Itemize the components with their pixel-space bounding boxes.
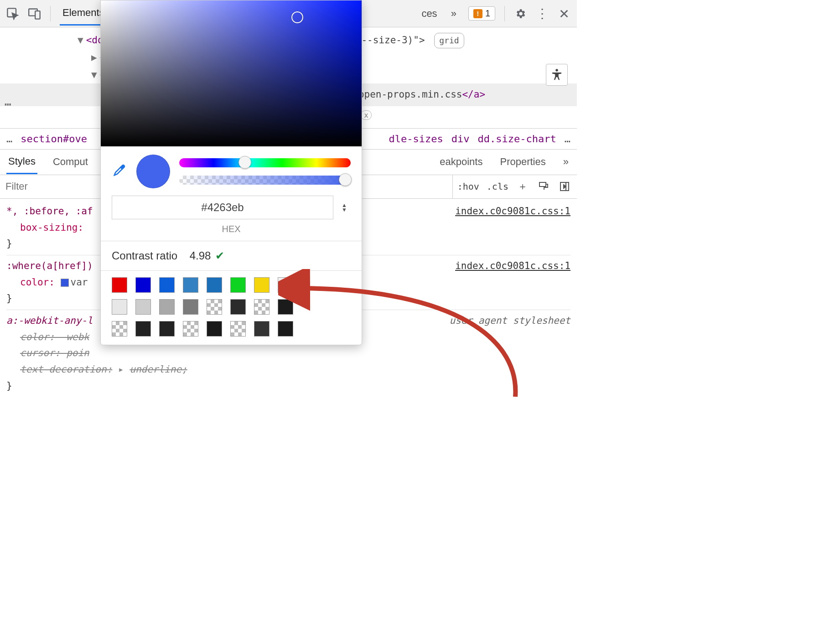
close-icon[interactable] [558, 7, 570, 20]
color-swatch[interactable] [183, 277, 198, 293]
breadcrumb-ellipsis[interactable]: … [565, 133, 570, 145]
slider-handle[interactable] [339, 173, 352, 186]
color-swatch[interactable] [159, 277, 175, 293]
color-swatch[interactable] [207, 321, 222, 337]
kebab-menu-icon[interactable]: ⋮ [536, 7, 549, 20]
breadcrumb-item[interactable]: dd.size-chart [478, 133, 556, 145]
format-toggle-icon[interactable]: ▲▼ [338, 203, 351, 212]
color-picker-popover: ▲▼ HEX Contrast ratio 4.98 ✔ ▲▼ [100, 0, 362, 345]
contrast-ratio-row[interactable]: Contrast ratio 4.98 ✔ [101, 241, 362, 270]
gutter-ellipsis: ⋯ [5, 95, 11, 114]
subtab-styles[interactable]: Styles [6, 150, 37, 174]
accessibility-icon[interactable] [546, 64, 568, 86]
hov-toggle[interactable]: :hov [457, 181, 479, 192]
swatches-panel: ▲▼ [101, 270, 362, 345]
color-swatch[interactable] [135, 277, 151, 293]
color-swatch[interactable] [254, 321, 270, 337]
color-field-cursor[interactable] [291, 11, 303, 23]
current-color-preview [136, 155, 170, 188]
svg-rect-2 [35, 11, 40, 19]
disclosure-triangle-icon[interactable]: ▶ [91, 52, 97, 63]
color-swatch[interactable] [278, 299, 293, 315]
color-swatch[interactable] [112, 299, 127, 315]
plus-icon[interactable]: ＋ [516, 180, 529, 193]
gear-icon[interactable] [514, 7, 527, 20]
issues-badge[interactable]: ! 1 [468, 6, 495, 21]
color-swatch[interactable] [183, 299, 198, 315]
paint-icon[interactable] [537, 180, 550, 193]
color-swatch[interactable] [159, 321, 175, 337]
color-picker-controls [101, 146, 362, 191]
rule-source-link[interactable]: index.c0c9081c.css:1 [455, 258, 570, 275]
color-swatch[interactable] [135, 321, 151, 337]
check-icon: ✔ [215, 249, 224, 262]
alpha-slider[interactable] [179, 176, 351, 185]
tabs-overflow[interactable]: » [448, 2, 459, 25]
color-swatch[interactable] [159, 299, 175, 315]
color-swatch[interactable] [278, 277, 293, 293]
tab-sources-truncated[interactable]: ces [419, 2, 440, 25]
styles-filter-actions: :hov .cls ＋ [457, 180, 577, 193]
swatch-scroll-icon[interactable]: ▲▼ [301, 281, 311, 289]
breadcrumb-ellipsis[interactable]: … [6, 133, 12, 145]
rule-source-label: user agent stylesheet [449, 313, 570, 329]
rule-source-link[interactable]: index.c0c9081c.css:1 [455, 203, 570, 220]
inspect-element-icon[interactable] [6, 7, 19, 20]
color-swatch[interactable] [112, 321, 127, 337]
divider [504, 6, 505, 21]
saturation-lightness-field[interactable] [101, 0, 362, 146]
grid-badge[interactable]: grid [434, 33, 464, 48]
subtab-breakpoints[interactable]: eakpoints [438, 150, 484, 173]
contrast-value: 4.98 [190, 249, 211, 262]
slider-handle[interactable] [239, 156, 251, 169]
subtab-computed[interactable]: Comput [51, 150, 90, 173]
eyedropper-icon[interactable] [112, 163, 127, 180]
color-swatch[interactable] [254, 299, 270, 315]
breadcrumb-item[interactable]: div [451, 133, 470, 145]
disclosure-triangle-icon[interactable]: ▼ [78, 35, 83, 46]
color-value-row: ▲▼ [101, 191, 362, 224]
color-swatch[interactable] [230, 299, 246, 315]
warning-icon: ! [473, 9, 482, 18]
hue-slider[interactable] [179, 158, 351, 167]
divider [50, 6, 51, 21]
color-swatch[interactable] [254, 277, 270, 293]
disclosure-triangle-icon[interactable]: ▼ [91, 69, 97, 80]
color-swatch[interactable] [278, 321, 293, 337]
color-swatch[interactable] [135, 299, 151, 315]
breadcrumb-item[interactable]: dle-sizes [389, 133, 443, 145]
color-swatch[interactable] [183, 321, 198, 337]
format-label: HEX [101, 224, 362, 241]
color-swatch[interactable] [112, 277, 127, 293]
hex-input[interactable] [112, 196, 333, 219]
panel-layout-icon[interactable] [558, 180, 571, 193]
color-swatch[interactable] [230, 277, 246, 293]
color-swatch-icon[interactable] [61, 279, 69, 287]
subtab-properties[interactable]: Properties [498, 150, 547, 173]
svg-rect-4 [539, 182, 546, 186]
cls-toggle[interactable]: .cls [487, 181, 508, 192]
device-toggle-icon[interactable] [28, 7, 41, 20]
breadcrumb-item[interactable]: section#ove [21, 133, 87, 145]
close-pill-icon[interactable]: x [361, 110, 372, 120]
contrast-label: Contrast ratio [112, 249, 177, 262]
color-swatch[interactable] [207, 299, 222, 315]
color-swatch[interactable] [207, 277, 222, 293]
color-swatch[interactable] [230, 321, 246, 337]
svg-point-3 [555, 69, 558, 72]
issues-count: 1 [485, 8, 490, 19]
subtabs-overflow[interactable]: » [561, 150, 570, 173]
